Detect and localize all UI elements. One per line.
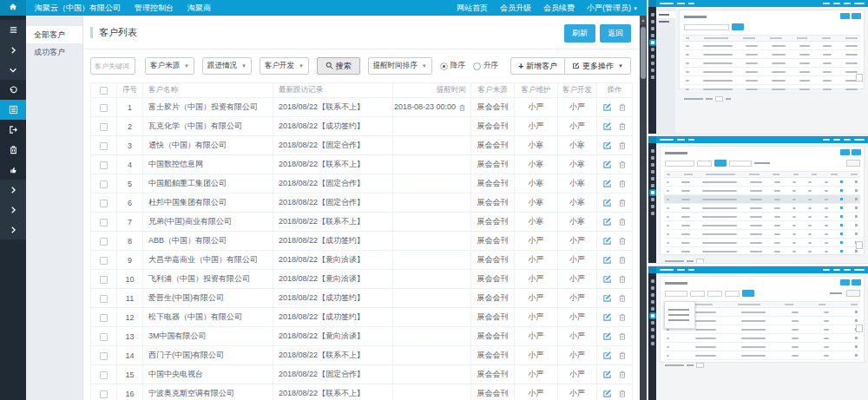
sidebar-item-collapse[interactable] [0,60,26,80]
preview-window-3[interactable] [648,266,868,400]
sort-asc-radio[interactable]: 升序 [473,61,498,71]
preview-content [656,143,868,263]
row-checkbox[interactable] [100,219,108,226]
edit-icon[interactable] [602,198,612,207]
row-checkbox[interactable] [100,104,108,112]
row-checkbox[interactable] [100,371,108,379]
refresh-button[interactable]: 刷新 [564,24,595,43]
row-checkbox[interactable] [100,295,108,303]
delete-icon[interactable] [618,236,627,246]
edit-icon[interactable] [602,160,612,169]
sidebar-item-expand-2[interactable] [0,180,26,200]
nav-item-member-upgrade[interactable]: 会员升级 [500,3,531,14]
ops-cell [597,384,633,400]
sidebar-item-menu[interactable] [0,20,26,40]
sidebar-item-logout[interactable] [0,120,26,140]
delete-icon[interactable] [618,160,627,169]
preview-sidebar [648,273,656,400]
add-customer-button[interactable]: +新增客户 [510,57,565,75]
select-all-checkbox[interactable] [100,87,108,95]
reminder-delete-icon[interactable] [458,103,466,112]
delete-icon[interactable] [618,198,627,207]
edit-icon[interactable] [602,121,612,131]
delete-icon[interactable] [618,274,627,284]
customer-developer: 小严 [558,346,597,365]
customer-developer: 小寒 [558,155,597,174]
sidebar-item-history[interactable] [0,80,26,100]
preview-window-1[interactable] [648,0,868,134]
sidebar-item-stats[interactable] [0,160,26,180]
row-checkbox[interactable] [100,123,108,131]
top-navbar: 淘聚云（中国）有限公司 管理控制台 淘聚商 网站首页 会员升级 会员续费 小严(… [0,0,647,16]
delete-icon[interactable] [618,102,627,112]
edit-icon[interactable] [602,179,612,188]
edit-icon[interactable] [602,293,612,303]
submenu-item-all-customers[interactable]: 全部客户 [26,26,82,43]
row-checkbox[interactable] [100,180,108,188]
delete-icon[interactable] [618,121,627,131]
row-checkbox[interactable] [100,314,108,322]
delete-icon[interactable] [618,331,627,341]
delete-icon[interactable] [618,141,627,150]
back-button[interactable]: 返回 [600,24,631,43]
nav-item-member-renew[interactable]: 会员续费 [543,3,575,14]
sort-desc-radio[interactable]: 降序 [440,61,465,71]
edit-icon[interactable] [602,351,612,360]
home-button[interactable] [0,0,26,16]
search-button[interactable]: 搜索 [317,57,360,75]
nav-item-shop[interactable]: 淘聚商 [187,3,211,14]
row-checkbox[interactable] [100,390,108,398]
customer-submenu: 全部客户 成功客户 [26,16,82,400]
sidebar-item-expand-1[interactable] [0,40,26,60]
sidebar-item-trash[interactable] [0,140,26,160]
delete-icon[interactable] [618,389,627,398]
delete-icon[interactable] [618,312,627,322]
preview-window-2[interactable] [648,136,868,263]
sidebar-item-expand-4[interactable] [0,220,26,239]
row-checkbox[interactable] [100,238,108,246]
row-checkbox[interactable] [100,200,108,207]
sidebar-item-expand-3[interactable] [0,200,26,220]
edit-icon[interactable] [602,389,612,398]
scrollbar-thumb[interactable] [641,27,646,79]
develop-select[interactable]: 客户开发▼ [260,57,309,75]
edit-icon[interactable] [602,274,612,284]
row-checkbox[interactable] [100,161,108,169]
user-menu[interactable]: 小严(管理员)▼ [587,3,638,14]
source-select[interactable]: 客户来源▼ [145,57,194,75]
row-checkbox[interactable] [100,352,108,360]
edit-icon[interactable] [602,255,612,265]
delete-icon[interactable] [618,370,627,379]
delete-icon[interactable] [618,179,627,188]
sort-select[interactable]: 提醒时间排序▼ [368,57,432,75]
delete-icon[interactable] [618,255,627,265]
delete-icon[interactable] [618,293,627,303]
customer-developer: 小寒 [558,193,597,213]
delete-icon[interactable] [618,351,627,360]
reminder-cell [393,232,471,251]
customer-developer: 小寒 [558,136,597,155]
latest-record: 2018/08/22【成功签约】 [273,117,393,136]
followup-select[interactable]: 跟进情况▼ [202,57,252,75]
brand-title[interactable]: 淘聚云（中国）有限公司 [35,3,121,14]
row-checkbox[interactable] [100,333,108,341]
edit-icon[interactable] [602,141,612,150]
row-checkbox[interactable] [100,257,108,265]
sidebar-item-customer-list[interactable] [0,100,26,120]
row-checkbox[interactable] [100,276,108,284]
row-no: 10 [117,270,143,289]
delete-icon[interactable] [618,217,627,226]
edit-icon[interactable] [602,370,612,379]
edit-icon[interactable] [602,102,612,112]
more-actions-button[interactable]: 更多操作▼ [564,57,631,75]
edit-icon[interactable] [602,236,612,246]
edit-icon[interactable] [602,312,612,322]
submenu-item-success-customers[interactable]: 成功客户 [26,43,82,61]
scrollbar-up-arrow[interactable]: ▲ [640,16,647,24]
row-checkbox[interactable] [100,142,108,150]
edit-icon[interactable] [602,331,612,341]
nav-item-console[interactable]: 管理控制台 [135,3,174,14]
keyword-input[interactable] [90,57,135,75]
nav-item-site-home[interactable]: 网站首页 [457,3,488,14]
edit-icon[interactable] [602,217,612,226]
